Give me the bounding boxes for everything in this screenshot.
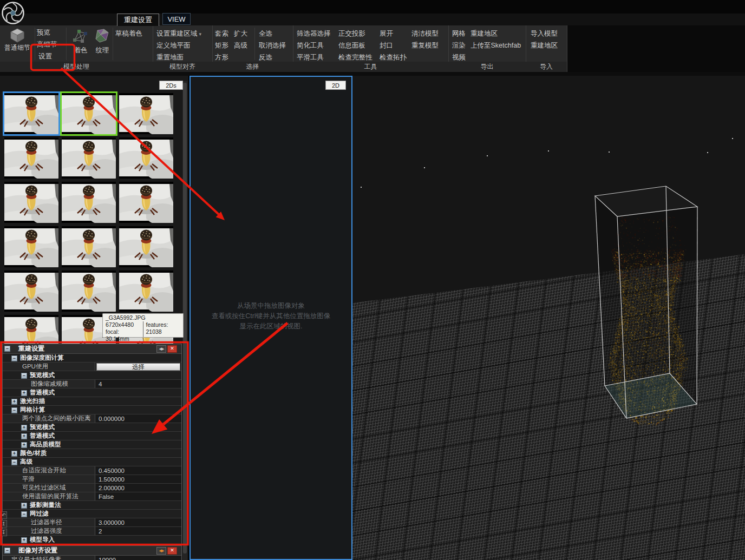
settings-row[interactable]: 图像缩减规模4 bbox=[3, 380, 181, 388]
unfold-button[interactable]: 展开 bbox=[380, 30, 393, 38]
simplify-tool-button[interactable]: 简化工具 bbox=[297, 42, 324, 50]
high-detail-button[interactable]: 高细节 bbox=[37, 41, 57, 49]
upload-sketchfab-button[interactable]: 上传至Sketchfab bbox=[470, 42, 521, 50]
settings-row[interactable]: 使用遗留的展开算法False bbox=[3, 492, 181, 501]
clean-model-button[interactable]: 清洁模型 bbox=[411, 30, 439, 38]
render-button[interactable]: 渲染 bbox=[452, 42, 466, 50]
photo-thumbnail[interactable] bbox=[4, 182, 58, 223]
setting-value[interactable]: 2 bbox=[95, 527, 181, 535]
close-holes-button[interactable]: 封口 bbox=[380, 42, 393, 50]
close-icon[interactable]: ✕ bbox=[167, 547, 177, 555]
deselect-button[interactable]: 取消选择 bbox=[259, 42, 286, 50]
photo-thumbnail[interactable] bbox=[119, 226, 173, 267]
photo-thumbnail[interactable] bbox=[119, 137, 173, 179]
square-select-button[interactable]: 方形 bbox=[215, 54, 228, 62]
settings-row[interactable]: 过滤器强度2 bbox=[3, 527, 181, 536]
expand-icon[interactable]: + bbox=[11, 399, 17, 405]
texture-button[interactable]: 纹理 bbox=[93, 27, 112, 55]
collapse-panel-icon[interactable]: − bbox=[4, 346, 10, 352]
settings-group-row[interactable]: +颜色/材质 bbox=[3, 449, 181, 458]
photo-thumbnail[interactable] bbox=[62, 137, 116, 179]
expand-icon[interactable]: + bbox=[21, 537, 27, 543]
tab-reconstruction-settings[interactable]: 重建设置 bbox=[117, 14, 159, 26]
export-reconstruction-region-button[interactable]: 重建地区 bbox=[470, 30, 498, 38]
photo-thumbnail[interactable] bbox=[4, 137, 58, 179]
settings-group-row[interactable]: +摄影测量法 bbox=[3, 501, 181, 510]
smooth-tool-button[interactable]: 平滑工具 bbox=[297, 54, 324, 62]
select-all-button[interactable]: 全选 bbox=[259, 30, 272, 38]
export-mesh-button[interactable]: 网格 bbox=[452, 30, 466, 38]
photo-thumbnail[interactable] bbox=[62, 182, 116, 223]
expand-icon[interactable]: + bbox=[11, 451, 17, 457]
settings-group-row[interactable]: −高级 bbox=[3, 458, 181, 466]
import-model-button[interactable]: 导入模型 bbox=[531, 30, 558, 38]
expand-icon[interactable]: + bbox=[21, 390, 27, 396]
import-reconstruction-region-button[interactable]: 重建地区 bbox=[531, 42, 558, 50]
setting-value[interactable]: 0.000000 bbox=[95, 414, 181, 423]
advanced-select-button[interactable]: 高级 bbox=[234, 42, 247, 50]
expand-icon[interactable]: + bbox=[21, 425, 27, 431]
settings-group-row[interactable]: −图像深度图计算 bbox=[3, 354, 181, 363]
rectangle-select-button[interactable]: 矩形 bbox=[215, 42, 228, 50]
photo-thumbnail[interactable] bbox=[4, 271, 58, 312]
settings-group-row[interactable]: +预览模式 bbox=[3, 423, 181, 432]
preview-quality-button[interactable]: 预览 bbox=[37, 29, 50, 37]
photo-thumbnail[interactable] bbox=[119, 182, 173, 223]
check-integrity-button[interactable]: 检查完整性 bbox=[338, 54, 372, 62]
expand-icon[interactable]: + bbox=[21, 503, 27, 509]
reconstruction-settings-button[interactable]: 设置 bbox=[38, 52, 52, 61]
settings-row[interactable]: 自适应混合开始0.450000 bbox=[3, 466, 181, 475]
collapse-icon[interactable]: − bbox=[11, 459, 17, 465]
reconstruction-region-box[interactable] bbox=[352, 76, 745, 560]
close-icon[interactable]: ✕ bbox=[167, 345, 177, 353]
filter-selection-button[interactable]: 筛选器选择 bbox=[297, 30, 331, 38]
settings-group-row[interactable]: −网格计算 bbox=[3, 406, 181, 414]
settings-row[interactable]: 平滑1.500000 bbox=[3, 475, 181, 484]
images-panel-tag[interactable]: 2Ds bbox=[159, 81, 183, 90]
invert-selection-button[interactable]: 反选 bbox=[259, 54, 272, 62]
view-2d-panel-tag[interactable]: 2D bbox=[325, 81, 346, 90]
collapse-icon[interactable]: − bbox=[11, 355, 17, 361]
collapse-icon[interactable]: − bbox=[11, 407, 17, 413]
setting-value[interactable]: 2.000000 bbox=[95, 484, 181, 492]
expand-icon[interactable]: + bbox=[21, 442, 27, 448]
photo-thumbnail[interactable] bbox=[119, 93, 173, 134]
settings-group-row[interactable]: +激光扫描 bbox=[3, 397, 181, 406]
dock-icon[interactable]: ◀▶ bbox=[156, 345, 166, 353]
settings-group-row[interactable]: +模型导入 bbox=[3, 536, 181, 544]
orthographic-button[interactable]: 正交投影 bbox=[338, 30, 365, 38]
photo-thumbnail[interactable] bbox=[62, 271, 116, 312]
photo-thumbnail[interactable] bbox=[119, 271, 173, 312]
panel-down-icon[interactable]: ↧ bbox=[0, 529, 7, 536]
thumbnail-scrollbar-thumb[interactable] bbox=[183, 83, 187, 554]
panel-header[interactable]: − 重建设置 ◀▶ ✕ bbox=[3, 344, 181, 354]
duplicate-model-button[interactable]: 重复模型 bbox=[411, 42, 439, 50]
settings-row[interactable]: 两个顶点之间的最小距离0.000000 bbox=[3, 414, 181, 423]
settings-group-row[interactable]: −网过滤 bbox=[3, 510, 181, 518]
panel-up-icon[interactable]: ↥ bbox=[0, 520, 7, 528]
settings-row[interactable]: GPU使用选择 bbox=[3, 363, 181, 371]
view-3d-panel[interactable] bbox=[352, 76, 745, 560]
collapse-panel-icon[interactable]: − bbox=[4, 548, 10, 554]
setting-value[interactable]: 10000 bbox=[95, 556, 181, 560]
collapse-icon[interactable]: − bbox=[21, 373, 27, 379]
export-video-button[interactable]: 视频 bbox=[452, 54, 466, 62]
collapse-icon[interactable]: − bbox=[21, 511, 27, 517]
panel-header[interactable]: − 图像对齐设置 ◀▶ ✕ bbox=[3, 546, 181, 556]
setting-value[interactable]: 1.500000 bbox=[95, 475, 181, 483]
info-panel-button[interactable]: 信息面板 bbox=[338, 42, 365, 50]
settings-group-row[interactable]: +高品质模型 bbox=[3, 440, 181, 449]
settings-group-row[interactable]: −预览模式 bbox=[3, 371, 181, 380]
setting-value[interactable]: 4 bbox=[95, 380, 181, 388]
setting-value[interactable]: 0.450000 bbox=[95, 466, 181, 475]
setting-value[interactable]: 3.000000 bbox=[95, 518, 181, 526]
set-reconstruction-region-button[interactable]: 设置重建区域 ▾ bbox=[156, 30, 201, 38]
setting-value[interactable]: False bbox=[95, 492, 181, 500]
photo-thumbnail[interactable] bbox=[4, 226, 58, 267]
settings-group-row[interactable]: +普通模式 bbox=[3, 388, 181, 397]
check-topology-button[interactable]: 检查拓扑 bbox=[380, 54, 407, 62]
expand-button[interactable]: 扩大 bbox=[234, 30, 247, 38]
photo-thumbnail[interactable] bbox=[4, 93, 58, 134]
colorize-button[interactable]: 着色 bbox=[71, 27, 90, 55]
gpu-select-button[interactable]: 选择 bbox=[96, 363, 180, 371]
